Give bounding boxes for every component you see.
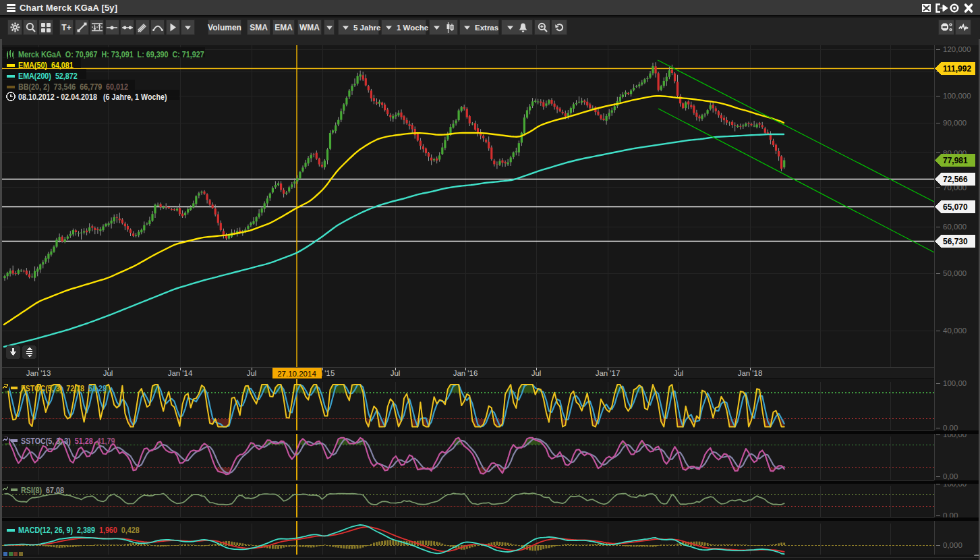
svg-text:90,000: 90,000 bbox=[943, 119, 967, 127]
svg-text:120,000: 120,000 bbox=[943, 45, 971, 53]
svg-text:SSTOC(5, 3, 3) 51,28 41,79: SSTOC(5, 3, 3) 51,28 41,79 bbox=[21, 436, 115, 445]
svg-text:EMA(50) 64,081: EMA(50) 64,081 bbox=[18, 60, 74, 69]
svg-text:Jul: Jul bbox=[391, 369, 401, 377]
svg-text:100,00: 100,00 bbox=[943, 379, 967, 387]
svg-text:Merck KGaA O: 70,967 H: 73,0: Merck KGaA O: 70,967 H: 73,091 L: 69,390… bbox=[18, 49, 204, 59]
svg-text:Jan '17: Jan '17 bbox=[596, 369, 621, 377]
svg-text:EMA(200) 52,872: EMA(200) 52,872 bbox=[18, 71, 78, 80]
svg-text:08.10.2012 - 02.04.2018 (6 J: 08.10.2012 - 02.04.2018 (6 Jahre, 1 Woch… bbox=[18, 92, 167, 101]
svg-text:RSI(8) 67,08: RSI(8) 67,08 bbox=[21, 485, 64, 495]
svg-text:Jan '16: Jan '16 bbox=[453, 369, 478, 377]
svg-text:100,000: 100,000 bbox=[943, 92, 971, 100]
svg-text:50,000: 50,000 bbox=[943, 269, 967, 277]
svg-text:Jan '13: Jan '13 bbox=[26, 369, 51, 377]
svg-text:72,566: 72,566 bbox=[943, 175, 968, 184]
svg-text:60,000: 60,000 bbox=[943, 223, 967, 231]
svg-text:Jan '18: Jan '18 bbox=[738, 369, 763, 377]
svg-text:Jul: Jul bbox=[247, 369, 257, 377]
svg-text:Jan '14: Jan '14 bbox=[168, 369, 193, 377]
svg-text:0,000: 0,000 bbox=[943, 541, 962, 549]
svg-text:BB(20, 2) 73,546 66,779 60,: BB(20, 2) 73,546 66,779 60,012 bbox=[18, 82, 128, 91]
svg-text:Jul: Jul bbox=[674, 369, 684, 377]
svg-text:MACD(12, 26, 9) 2,389 1,960: MACD(12, 26, 9) 2,389 1,960 0,428 bbox=[18, 525, 140, 534]
svg-text:111,992: 111,992 bbox=[943, 64, 971, 74]
svg-text:40,000: 40,000 bbox=[943, 327, 967, 335]
svg-text:27.10.2014: 27.10.2014 bbox=[277, 370, 316, 378]
svg-text:56,730: 56,730 bbox=[943, 237, 968, 246]
svg-text:65,070: 65,070 bbox=[943, 202, 968, 212]
svg-text:77,981: 77,981 bbox=[943, 156, 968, 165]
svg-text:Jul: Jul bbox=[103, 369, 113, 377]
svg-text:FSTOC(5, 3) 72,78 51,28: FSTOC(5, 3) 72,78 51,28 bbox=[21, 383, 107, 393]
svg-text:Jul: Jul bbox=[531, 369, 542, 377]
